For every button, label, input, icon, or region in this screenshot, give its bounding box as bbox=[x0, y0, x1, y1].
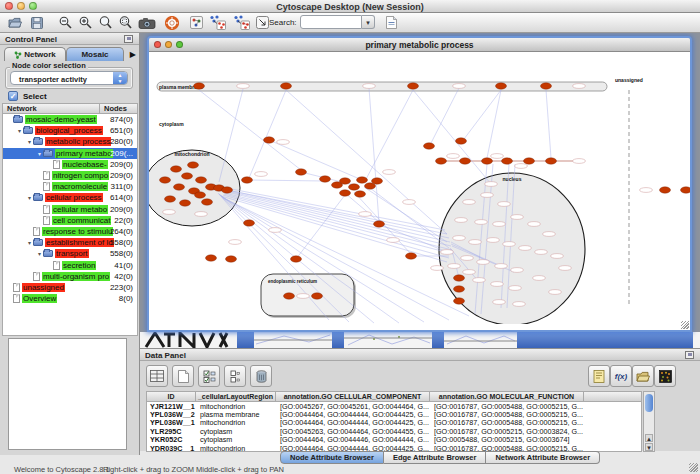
network-node-label[interactable] bbox=[237, 84, 250, 89]
network-node-label[interactable] bbox=[441, 250, 454, 255]
create-network-icon[interactable] bbox=[229, 14, 253, 31]
tree-row-overview[interactable]: Overview8(0) bbox=[3, 293, 137, 304]
unselect-attributes-button[interactable] bbox=[224, 365, 246, 387]
background-window-fragment[interactable] bbox=[444, 332, 517, 348]
attribute-matrix-button[interactable] bbox=[654, 365, 676, 387]
select-nodes-checkbox[interactable]: ✓ bbox=[8, 91, 18, 101]
network-node-label[interactable] bbox=[495, 264, 508, 269]
background-window-titlebar[interactable] bbox=[332, 332, 344, 348]
tree-column-nodes[interactable]: Nodes bbox=[100, 103, 138, 114]
import-attributes-button[interactable] bbox=[632, 365, 654, 387]
network-node[interactable] bbox=[188, 162, 199, 168]
network-node-label[interactable] bbox=[255, 172, 268, 177]
tab-network-attribute-browser[interactable]: Network Attribute Browser bbox=[486, 451, 600, 464]
save-session-button[interactable] bbox=[27, 14, 47, 31]
network-node-label[interactable] bbox=[455, 218, 468, 223]
tree-row-nitrogen-compo[interactable]: nitrogen compo209(0) bbox=[3, 170, 137, 181]
network-node-label[interactable] bbox=[535, 250, 548, 255]
network-node-label[interactable] bbox=[511, 215, 524, 220]
float-panel-icon[interactable] bbox=[685, 351, 694, 359]
network-node-label[interactable] bbox=[493, 222, 506, 227]
network-node[interactable] bbox=[541, 83, 552, 89]
network-node[interactable] bbox=[242, 177, 253, 183]
network-node[interactable] bbox=[681, 187, 691, 193]
network-edge[interactable] bbox=[227, 190, 447, 234]
tree-expander-icon[interactable]: ▾ bbox=[26, 138, 33, 145]
tree-row-response-to-stimulu[interactable]: response to stimulu264(0) bbox=[3, 226, 137, 237]
network-node[interactable] bbox=[340, 190, 351, 196]
network-node-label[interactable] bbox=[543, 232, 556, 237]
overview-window-fragment[interactable] bbox=[142, 332, 237, 348]
network-node-label[interactable] bbox=[269, 228, 282, 233]
network-node-label[interactable] bbox=[477, 260, 490, 265]
network-edge[interactable] bbox=[227, 192, 451, 246]
network-node-label[interactable] bbox=[559, 266, 572, 271]
network-node[interactable] bbox=[454, 275, 465, 281]
scroll-down-icon[interactable]: ▼ bbox=[645, 443, 653, 451]
tab-overflow-arrow[interactable]: ▶ bbox=[130, 50, 136, 59]
network-node-label[interactable] bbox=[297, 294, 310, 299]
network-node-label[interactable] bbox=[447, 154, 460, 159]
network-node-label[interactable] bbox=[473, 278, 486, 283]
network-node[interactable] bbox=[174, 184, 185, 190]
help-icon[interactable] bbox=[162, 14, 182, 31]
network-node-label[interactable] bbox=[640, 188, 653, 193]
network-edge[interactable] bbox=[223, 195, 449, 258]
network-node[interactable] bbox=[160, 177, 171, 183]
tab-node-attribute-browser[interactable]: Node Attribute Browser bbox=[280, 451, 384, 464]
network-node-label[interactable] bbox=[515, 164, 528, 169]
network-node[interactable] bbox=[284, 293, 295, 299]
destroy-network-icon[interactable] bbox=[205, 14, 229, 31]
tree-row-macromolecule[interactable]: macromolecule311(0) bbox=[3, 181, 137, 192]
select-attributes-button[interactable] bbox=[198, 365, 220, 387]
network-node-label[interactable] bbox=[387, 238, 400, 243]
network-node-label[interactable] bbox=[463, 270, 476, 275]
network-node[interactable] bbox=[460, 158, 471, 164]
network-node-label[interactable] bbox=[573, 159, 586, 164]
tree-row-establishment-of-lo[interactable]: ▾establishment of lo558(0) bbox=[3, 237, 137, 248]
zoom-out-icon[interactable] bbox=[55, 14, 75, 31]
network-node[interactable] bbox=[357, 177, 368, 183]
column-header-annotation-go-molecular-function[interactable]: annotation.GO MOLECULAR_FUNCTION bbox=[430, 391, 584, 402]
scrollbar-thumb[interactable] bbox=[645, 394, 653, 412]
network-node-label[interactable] bbox=[528, 222, 541, 227]
open-session-button[interactable] bbox=[5, 14, 25, 31]
background-window-titlebar[interactable] bbox=[237, 332, 254, 348]
network-edge[interactable] bbox=[345, 193, 379, 222]
tree-row-primary-metabo[interactable]: ▾primary metabo209(... bbox=[3, 148, 137, 159]
network-edge[interactable] bbox=[413, 90, 491, 184]
network-node-label[interactable] bbox=[509, 286, 522, 291]
tree-expander-icon[interactable]: ▾ bbox=[26, 239, 33, 246]
network-node-label[interactable] bbox=[491, 154, 504, 159]
tree-row-unassigned[interactable]: unassigned223(0) bbox=[3, 282, 137, 293]
network-node-label[interactable] bbox=[519, 246, 532, 251]
network-node-label[interactable] bbox=[403, 200, 416, 205]
network-edge[interactable] bbox=[227, 190, 449, 238]
tree-row-metabolic-process[interactable]: ▾metabolic process280(0) bbox=[3, 136, 137, 147]
column-header-id[interactable]: ID bbox=[146, 391, 196, 402]
network-node[interactable] bbox=[206, 255, 217, 261]
search-input[interactable] bbox=[300, 15, 362, 29]
tree-row-transport[interactable]: ▾transport558(0) bbox=[3, 248, 137, 259]
background-window-fragment[interactable] bbox=[254, 332, 332, 348]
tree-row-secretion[interactable]: secretion41(0) bbox=[3, 259, 137, 270]
network-node[interactable] bbox=[320, 176, 331, 182]
background-window-titlebar[interactable] bbox=[517, 332, 693, 348]
network-edge[interactable] bbox=[247, 180, 325, 181]
network-node-label[interactable] bbox=[573, 84, 586, 89]
background-window-titlebar[interactable] bbox=[432, 332, 444, 348]
search-dropdown-arrow-icon[interactable]: ▾ bbox=[362, 15, 375, 29]
network-node-label[interactable] bbox=[453, 84, 466, 89]
network-node-label[interactable] bbox=[493, 300, 506, 305]
scroll-up-icon[interactable]: ▲ bbox=[645, 434, 653, 442]
network-node[interactable] bbox=[312, 293, 323, 299]
network-node-label[interactable] bbox=[475, 220, 488, 225]
network-node[interactable] bbox=[374, 221, 385, 227]
network-node-label[interactable] bbox=[503, 242, 516, 247]
app-resize-grip[interactable] bbox=[689, 463, 698, 472]
network-node-label[interactable] bbox=[453, 236, 466, 241]
network-edge[interactable] bbox=[369, 88, 379, 222]
network-node[interactable] bbox=[372, 178, 383, 184]
network-node-label[interactable] bbox=[485, 182, 498, 187]
network-node-label[interactable] bbox=[383, 170, 396, 175]
